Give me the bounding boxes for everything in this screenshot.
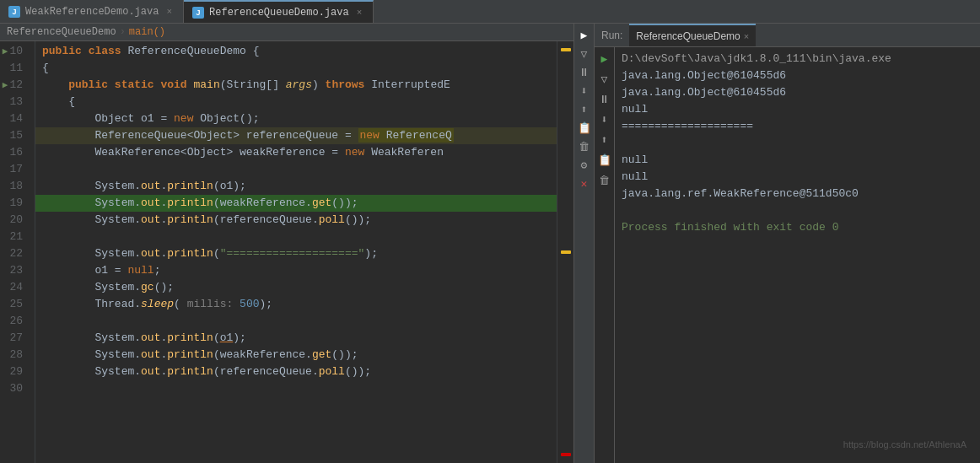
- code-line-23: o1 = null;: [35, 262, 557, 279]
- code-line-13: {: [35, 94, 557, 110]
- editor-gutter: [557, 41, 573, 463]
- run-tab-close[interactable]: ×: [744, 31, 749, 41]
- output-blank-2: [622, 202, 973, 219]
- code-area: ▶ 10 11 ▶ 12 13 14 15 16 17 18 19 20 21 …: [0, 41, 573, 463]
- breadcrumb-sep1: ›: [120, 26, 126, 38]
- editor-pane: ReferenceQueueDemo › main() ▶ 10 11 ▶ 12…: [0, 24, 573, 463]
- code-line-17: [35, 161, 557, 178]
- line-num-27: 27: [0, 330, 28, 347]
- tab-reference-queue[interactable]: J ReferenceQueueDemo.java ×: [184, 0, 374, 23]
- line-num-24: 24: [0, 279, 28, 296]
- run-watermark: https://blog.csdn.net/AthlenaA: [837, 433, 973, 456]
- line-num-22: 22: [0, 245, 28, 262]
- tab-bar: J WeakReferenceDemo.java × J ReferenceQu…: [0, 0, 980, 24]
- run-rerun-btn[interactable]: ▽: [596, 71, 613, 88]
- code-line-15: ReferenceQueue<Object> referenceQueue = …: [35, 127, 557, 144]
- output-line-5: ====================: [622, 118, 973, 135]
- run-output[interactable]: D:\devSoft\Java\jdk1.8.0_111\bin\java.ex…: [615, 47, 980, 240]
- run-pause-btn[interactable]: ⏸: [596, 91, 613, 108]
- gutter-marker-top: [561, 48, 571, 51]
- line-num-28: 28: [0, 347, 28, 363]
- run-step-btn[interactable]: ⬆: [596, 132, 613, 148]
- run-arrow-12: ▶: [3, 77, 8, 94]
- tab-label-2: ReferenceQueueDemo.java: [209, 7, 349, 19]
- code-line-19: System.out.println(weakReference.get());: [35, 195, 557, 212]
- line-num-12: ▶ 12: [0, 77, 28, 94]
- line-num-19: 19: [0, 195, 28, 212]
- line-num-21: 21: [0, 229, 28, 245]
- run-stop-btn[interactable]: ⬇: [596, 111, 613, 128]
- line-numbers: ▶ 10 11 ▶ 12 13 14 15 16 17 18 19 20 21 …: [0, 41, 35, 463]
- code-line-28: System.out.println(weakReference.get());: [35, 347, 557, 363]
- run-copy-btn[interactable]: 📋: [596, 152, 613, 169]
- code-line-11: {: [35, 60, 557, 77]
- tab-close[interactable]: ×: [164, 6, 175, 18]
- code-line-29: System.out.println(referenceQueue.poll()…: [35, 363, 557, 380]
- line-num-13: 13: [0, 94, 28, 110]
- run-output-wrapper: D:\devSoft\Java\jdk1.8.0_111\bin\java.ex…: [615, 47, 980, 463]
- line-num-15: 15: [0, 127, 28, 144]
- line-num-29: 29: [0, 363, 28, 380]
- toolbar-close-btn[interactable]: ✕: [576, 175, 593, 192]
- toolbar-step-over-btn[interactable]: ▽: [576, 46, 593, 62]
- line-num-30: 30: [0, 380, 28, 397]
- toolbar-copy-btn[interactable]: 📋: [576, 120, 593, 137]
- code-line-20: System.out.println(referenceQueue.poll()…: [35, 212, 557, 229]
- line-num-17: 17: [0, 161, 28, 178]
- code-content[interactable]: public class ReferenceQueueDemo { { publ…: [35, 41, 557, 463]
- line-num-14: 14: [0, 110, 28, 127]
- breadcrumb-project: ReferenceQueueDemo: [7, 26, 116, 38]
- run-tab-label: ReferenceQueueDemo: [636, 30, 740, 42]
- java-icon: J: [8, 6, 20, 18]
- code-line-22: System.out.println("====================…: [35, 245, 557, 262]
- breadcrumb: ReferenceQueueDemo › main(): [0, 24, 573, 41]
- code-line-27: System.out.println(o1);: [35, 330, 557, 347]
- run-play-btn[interactable]: ▶: [596, 51, 613, 67]
- toolbar-settings-btn[interactable]: ⚙: [576, 157, 593, 174]
- code-line-16: WeakReference<Object> weakReference = ne…: [35, 144, 557, 161]
- gutter-error: [561, 453, 571, 456]
- line-num-16: 16: [0, 144, 28, 161]
- toolbar-delete-btn[interactable]: 🗑: [576, 138, 593, 155]
- gutter-marker-mid: [561, 250, 571, 254]
- code-line-10: public class ReferenceQueueDemo {: [35, 43, 557, 60]
- java-icon-2: J: [192, 7, 204, 19]
- output-blank-1: [622, 135, 973, 152]
- output-line-3: java.lang.Object@610455d6: [622, 84, 973, 101]
- toolbar-step-out-btn[interactable]: ⬆: [576, 101, 593, 118]
- run-content-area: ▶ ▽ ⏸ ⬇ ⬆ 📋 🗑 D:\devSoft\Java\jdk1.8.0_1…: [595, 47, 980, 463]
- tab-weak-reference[interactable]: J WeakReferenceDemo.java ×: [0, 0, 184, 23]
- toolbar-pause-btn[interactable]: ⏸: [576, 64, 593, 81]
- right-toolbar: ▶ ▽ ⏸ ⬇ ⬆ 📋 🗑 ⚙ ✕: [573, 24, 594, 463]
- run-tab[interactable]: ReferenceQueueDemo ×: [629, 24, 756, 46]
- output-line-6: null: [622, 152, 973, 169]
- tab-label: WeakReferenceDemo.java: [25, 6, 159, 18]
- code-line-25: Thread.sleep( millis: 500);: [35, 296, 557, 313]
- code-line-21: [35, 229, 557, 245]
- toolbar-step-into-btn[interactable]: ⬇: [576, 83, 593, 100]
- breadcrumb-method: main(): [129, 26, 165, 38]
- run-header: Run: ReferenceQueueDemo ×: [595, 24, 980, 47]
- output-line-4: null: [622, 101, 973, 118]
- tab-close-2[interactable]: ×: [354, 7, 365, 19]
- run-clear-btn[interactable]: 🗑: [596, 172, 613, 189]
- run-arrow-10: ▶: [3, 43, 8, 60]
- run-controls: ▶ ▽ ⏸ ⬇ ⬆ 📋 🗑: [595, 47, 615, 463]
- output-line-2: java.lang.Object@610455d6: [622, 67, 973, 84]
- code-line-14: Object o1 = new Object();: [35, 110, 557, 127]
- line-num-23: 23: [0, 262, 28, 279]
- output-line-8: java.lang.ref.WeakReference@511d50c0: [622, 186, 973, 202]
- code-line-12: public static void main(String[] args) t…: [35, 77, 557, 94]
- run-label: Run:: [601, 30, 622, 41]
- line-num-11: 11: [0, 60, 28, 77]
- line-num-26: 26: [0, 313, 28, 330]
- output-line-9: Process finished with exit code 0: [622, 219, 973, 236]
- code-line-24: System.gc();: [35, 279, 557, 296]
- output-line-7: null: [622, 169, 973, 186]
- main-area: ReferenceQueueDemo › main() ▶ 10 11 ▶ 12…: [0, 24, 980, 463]
- code-line-30: [35, 380, 557, 397]
- output-line-1: D:\devSoft\Java\jdk1.8.0_111\bin\java.ex…: [622, 51, 973, 67]
- line-num-10: ▶ 10: [0, 43, 28, 60]
- code-line-18: System.out.println(o1);: [35, 178, 557, 195]
- toolbar-run-btn[interactable]: ▶: [576, 27, 593, 44]
